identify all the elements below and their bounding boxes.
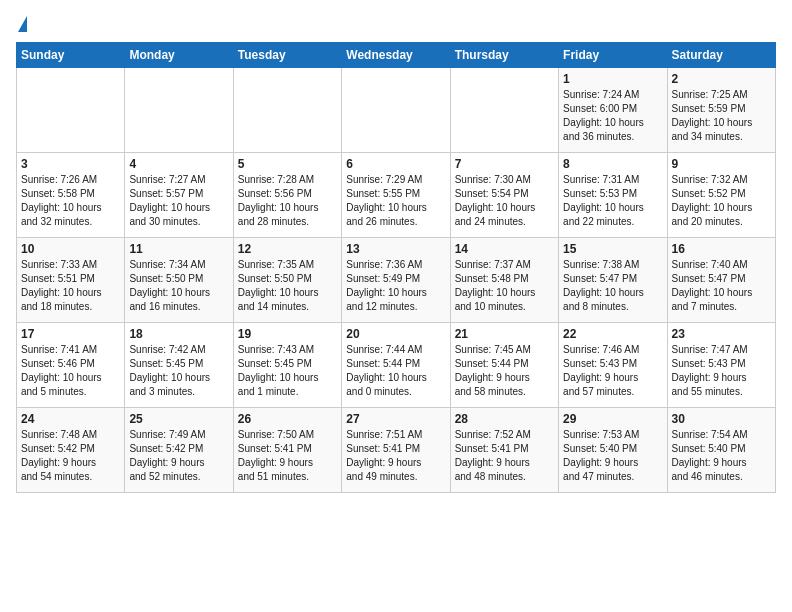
calendar-cell: 16Sunrise: 7:40 AM Sunset: 5:47 PM Dayli…	[667, 238, 775, 323]
day-number: 27	[346, 412, 445, 426]
calendar-cell: 24Sunrise: 7:48 AM Sunset: 5:42 PM Dayli…	[17, 408, 125, 493]
day-number: 20	[346, 327, 445, 341]
calendar-cell: 25Sunrise: 7:49 AM Sunset: 5:42 PM Dayli…	[125, 408, 233, 493]
calendar-cell: 23Sunrise: 7:47 AM Sunset: 5:43 PM Dayli…	[667, 323, 775, 408]
day-info: Sunrise: 7:31 AM Sunset: 5:53 PM Dayligh…	[563, 173, 662, 229]
day-number: 16	[672, 242, 771, 256]
day-number: 22	[563, 327, 662, 341]
day-info: Sunrise: 7:27 AM Sunset: 5:57 PM Dayligh…	[129, 173, 228, 229]
page-header	[16, 16, 776, 30]
day-info: Sunrise: 7:44 AM Sunset: 5:44 PM Dayligh…	[346, 343, 445, 399]
day-number: 10	[21, 242, 120, 256]
week-row-3: 10Sunrise: 7:33 AM Sunset: 5:51 PM Dayli…	[17, 238, 776, 323]
calendar-header-row: SundayMondayTuesdayWednesdayThursdayFrid…	[17, 43, 776, 68]
day-number: 2	[672, 72, 771, 86]
calendar-cell: 4Sunrise: 7:27 AM Sunset: 5:57 PM Daylig…	[125, 153, 233, 238]
day-info: Sunrise: 7:25 AM Sunset: 5:59 PM Dayligh…	[672, 88, 771, 144]
calendar-cell	[125, 68, 233, 153]
column-header-saturday: Saturday	[667, 43, 775, 68]
day-info: Sunrise: 7:49 AM Sunset: 5:42 PM Dayligh…	[129, 428, 228, 484]
calendar-cell: 17Sunrise: 7:41 AM Sunset: 5:46 PM Dayli…	[17, 323, 125, 408]
day-info: Sunrise: 7:28 AM Sunset: 5:56 PM Dayligh…	[238, 173, 337, 229]
calendar-cell	[342, 68, 450, 153]
calendar-cell: 2Sunrise: 7:25 AM Sunset: 5:59 PM Daylig…	[667, 68, 775, 153]
calendar-cell	[17, 68, 125, 153]
day-info: Sunrise: 7:54 AM Sunset: 5:40 PM Dayligh…	[672, 428, 771, 484]
day-info: Sunrise: 7:35 AM Sunset: 5:50 PM Dayligh…	[238, 258, 337, 314]
calendar-cell: 1Sunrise: 7:24 AM Sunset: 6:00 PM Daylig…	[559, 68, 667, 153]
day-number: 28	[455, 412, 554, 426]
calendar-cell: 28Sunrise: 7:52 AM Sunset: 5:41 PM Dayli…	[450, 408, 558, 493]
day-number: 5	[238, 157, 337, 171]
calendar-cell: 27Sunrise: 7:51 AM Sunset: 5:41 PM Dayli…	[342, 408, 450, 493]
day-info: Sunrise: 7:53 AM Sunset: 5:40 PM Dayligh…	[563, 428, 662, 484]
day-number: 25	[129, 412, 228, 426]
day-number: 8	[563, 157, 662, 171]
calendar-cell: 19Sunrise: 7:43 AM Sunset: 5:45 PM Dayli…	[233, 323, 341, 408]
calendar-cell: 7Sunrise: 7:30 AM Sunset: 5:54 PM Daylig…	[450, 153, 558, 238]
calendar-cell: 21Sunrise: 7:45 AM Sunset: 5:44 PM Dayli…	[450, 323, 558, 408]
day-info: Sunrise: 7:46 AM Sunset: 5:43 PM Dayligh…	[563, 343, 662, 399]
day-info: Sunrise: 7:33 AM Sunset: 5:51 PM Dayligh…	[21, 258, 120, 314]
week-row-2: 3Sunrise: 7:26 AM Sunset: 5:58 PM Daylig…	[17, 153, 776, 238]
day-info: Sunrise: 7:52 AM Sunset: 5:41 PM Dayligh…	[455, 428, 554, 484]
column-header-thursday: Thursday	[450, 43, 558, 68]
day-info: Sunrise: 7:50 AM Sunset: 5:41 PM Dayligh…	[238, 428, 337, 484]
day-number: 30	[672, 412, 771, 426]
day-number: 23	[672, 327, 771, 341]
week-row-4: 17Sunrise: 7:41 AM Sunset: 5:46 PM Dayli…	[17, 323, 776, 408]
day-info: Sunrise: 7:36 AM Sunset: 5:49 PM Dayligh…	[346, 258, 445, 314]
day-number: 15	[563, 242, 662, 256]
day-number: 26	[238, 412, 337, 426]
day-number: 14	[455, 242, 554, 256]
calendar-cell: 5Sunrise: 7:28 AM Sunset: 5:56 PM Daylig…	[233, 153, 341, 238]
calendar-cell: 15Sunrise: 7:38 AM Sunset: 5:47 PM Dayli…	[559, 238, 667, 323]
day-info: Sunrise: 7:41 AM Sunset: 5:46 PM Dayligh…	[21, 343, 120, 399]
calendar-cell	[233, 68, 341, 153]
column-header-tuesday: Tuesday	[233, 43, 341, 68]
calendar-cell: 29Sunrise: 7:53 AM Sunset: 5:40 PM Dayli…	[559, 408, 667, 493]
day-info: Sunrise: 7:32 AM Sunset: 5:52 PM Dayligh…	[672, 173, 771, 229]
logo-triangle-icon	[18, 16, 27, 32]
calendar-cell: 22Sunrise: 7:46 AM Sunset: 5:43 PM Dayli…	[559, 323, 667, 408]
day-info: Sunrise: 7:38 AM Sunset: 5:47 PM Dayligh…	[563, 258, 662, 314]
day-number: 9	[672, 157, 771, 171]
day-info: Sunrise: 7:34 AM Sunset: 5:50 PM Dayligh…	[129, 258, 228, 314]
day-info: Sunrise: 7:47 AM Sunset: 5:43 PM Dayligh…	[672, 343, 771, 399]
week-row-1: 1Sunrise: 7:24 AM Sunset: 6:00 PM Daylig…	[17, 68, 776, 153]
calendar-table: SundayMondayTuesdayWednesdayThursdayFrid…	[16, 42, 776, 493]
calendar-cell: 18Sunrise: 7:42 AM Sunset: 5:45 PM Dayli…	[125, 323, 233, 408]
day-info: Sunrise: 7:37 AM Sunset: 5:48 PM Dayligh…	[455, 258, 554, 314]
day-number: 11	[129, 242, 228, 256]
calendar-cell: 26Sunrise: 7:50 AM Sunset: 5:41 PM Dayli…	[233, 408, 341, 493]
week-row-5: 24Sunrise: 7:48 AM Sunset: 5:42 PM Dayli…	[17, 408, 776, 493]
day-info: Sunrise: 7:40 AM Sunset: 5:47 PM Dayligh…	[672, 258, 771, 314]
calendar-cell: 6Sunrise: 7:29 AM Sunset: 5:55 PM Daylig…	[342, 153, 450, 238]
column-header-friday: Friday	[559, 43, 667, 68]
calendar-cell: 20Sunrise: 7:44 AM Sunset: 5:44 PM Dayli…	[342, 323, 450, 408]
column-header-sunday: Sunday	[17, 43, 125, 68]
day-number: 17	[21, 327, 120, 341]
calendar-cell: 11Sunrise: 7:34 AM Sunset: 5:50 PM Dayli…	[125, 238, 233, 323]
day-number: 12	[238, 242, 337, 256]
day-info: Sunrise: 7:26 AM Sunset: 5:58 PM Dayligh…	[21, 173, 120, 229]
calendar-cell: 12Sunrise: 7:35 AM Sunset: 5:50 PM Dayli…	[233, 238, 341, 323]
day-info: Sunrise: 7:51 AM Sunset: 5:41 PM Dayligh…	[346, 428, 445, 484]
logo	[16, 16, 27, 30]
calendar-cell: 8Sunrise: 7:31 AM Sunset: 5:53 PM Daylig…	[559, 153, 667, 238]
day-number: 24	[21, 412, 120, 426]
day-number: 6	[346, 157, 445, 171]
calendar-cell: 3Sunrise: 7:26 AM Sunset: 5:58 PM Daylig…	[17, 153, 125, 238]
day-number: 21	[455, 327, 554, 341]
day-number: 7	[455, 157, 554, 171]
calendar-cell: 14Sunrise: 7:37 AM Sunset: 5:48 PM Dayli…	[450, 238, 558, 323]
day-number: 19	[238, 327, 337, 341]
day-number: 3	[21, 157, 120, 171]
day-number: 29	[563, 412, 662, 426]
calendar-cell: 10Sunrise: 7:33 AM Sunset: 5:51 PM Dayli…	[17, 238, 125, 323]
calendar-cell	[450, 68, 558, 153]
day-info: Sunrise: 7:24 AM Sunset: 6:00 PM Dayligh…	[563, 88, 662, 144]
day-info: Sunrise: 7:43 AM Sunset: 5:45 PM Dayligh…	[238, 343, 337, 399]
day-number: 1	[563, 72, 662, 86]
day-number: 13	[346, 242, 445, 256]
